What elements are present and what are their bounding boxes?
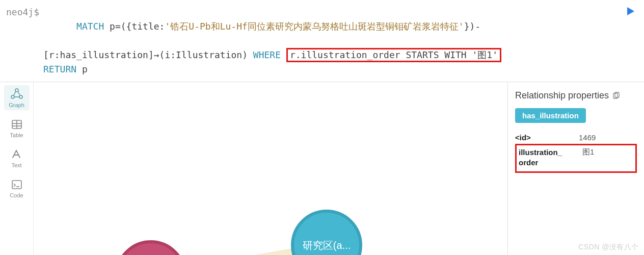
prop-order-value: 图1 bbox=[582, 147, 594, 167]
view-table[interactable]: Table bbox=[4, 116, 30, 140]
watermark: CSDN @没有八个 bbox=[578, 243, 639, 252]
main-area: Graph Table Text Code bbox=[0, 82, 644, 255]
highlight-where-clause: r.illustration_order STARTS WITH '图1' bbox=[286, 48, 501, 62]
svg-line-5 bbox=[18, 91, 20, 95]
view-code[interactable]: Code bbox=[4, 176, 30, 200]
prop-order-key: illustration_ order bbox=[519, 147, 572, 167]
q-l1-lit: '锆石U-Pb和Lu-Hf同位素研究内蒙乌努格吐山斑岩型铜钼矿岩浆岩特征' bbox=[165, 21, 464, 32]
run-button[interactable] bbox=[626, 6, 636, 16]
svg-line-4 bbox=[14, 91, 16, 95]
graph-canvas[interactable]: has_illustration 锆石U-P... 研究区(a... bbox=[34, 82, 507, 255]
code-icon bbox=[11, 178, 23, 191]
relationship-type-badge[interactable]: has_illustration bbox=[515, 108, 586, 123]
prop-id-value: 1469 bbox=[579, 133, 596, 142]
kw-return: RETURN bbox=[43, 64, 76, 74]
svg-point-3 bbox=[19, 95, 22, 98]
svg-marker-0 bbox=[627, 7, 634, 15]
view-code-label: Code bbox=[10, 192, 23, 198]
node-source[interactable]: 锆石U-P... bbox=[115, 240, 186, 255]
prop-id-key: <id> bbox=[515, 133, 569, 142]
text-icon bbox=[11, 148, 23, 161]
query-bar: neo4j$ MATCH p=({title:'锆石U-Pb和Lu-Hf同位素研… bbox=[0, 0, 644, 82]
kw-where: WHERE bbox=[253, 49, 281, 60]
table-icon bbox=[11, 118, 23, 131]
view-graph[interactable]: Graph bbox=[4, 85, 30, 110]
properties-title-text: Relationship properties bbox=[515, 90, 609, 101]
view-text[interactable]: Text bbox=[4, 146, 30, 170]
property-row-id: <id> 1469 bbox=[515, 131, 637, 144]
view-text-label: Text bbox=[11, 162, 21, 168]
graph-icon bbox=[10, 87, 23, 100]
node-target[interactable]: 研究区(a... bbox=[291, 210, 362, 255]
svg-rect-11 bbox=[12, 181, 21, 189]
q-l1-pre: p=({title: bbox=[104, 21, 165, 32]
properties-panel: Relationship properties has_illustration… bbox=[507, 82, 644, 255]
view-table-label: Table bbox=[10, 132, 23, 138]
query-editor[interactable]: MATCH p=({title:'锆石U-Pb和Lu-Hf同位素研究内蒙乌努格吐… bbox=[43, 5, 619, 76]
view-graph-label: Graph bbox=[9, 102, 24, 108]
properties-title: Relationship properties bbox=[515, 90, 637, 101]
svg-point-2 bbox=[11, 95, 14, 98]
node-target-label: 研究区(a... bbox=[303, 239, 351, 252]
q-l2-boxed: r.illustration_order STARTS WITH '图1' bbox=[290, 49, 498, 60]
q-l1-post: })- bbox=[464, 21, 481, 32]
kw-match: MATCH bbox=[76, 21, 104, 32]
prompt-label: neo4j$ bbox=[6, 5, 43, 19]
property-row-order: illustration_ order 图1 bbox=[515, 144, 637, 173]
copy-icon[interactable] bbox=[612, 92, 620, 100]
q-l2-pre: [r:has_illustration]→(i:Illustration) bbox=[43, 49, 253, 60]
q-l3-p: p bbox=[76, 64, 88, 74]
result-view-sidebar: Graph Table Text Code bbox=[0, 82, 34, 255]
